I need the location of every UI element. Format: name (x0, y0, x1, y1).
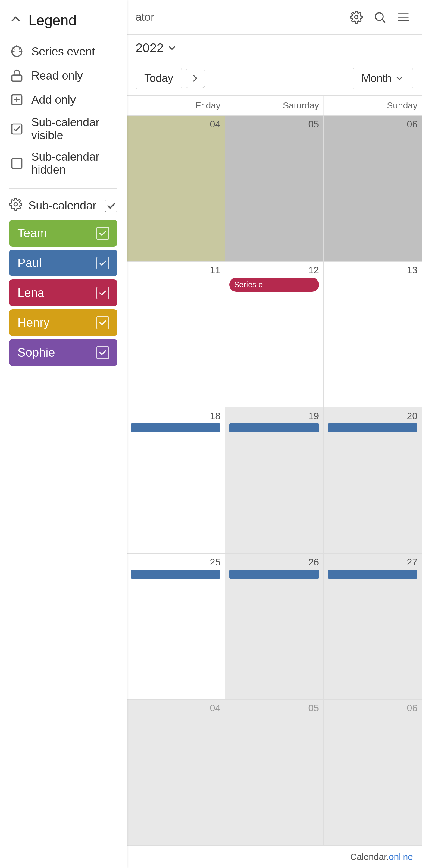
cal-cell-27[interactable]: 27 (324, 554, 422, 699)
calendar-paul-label: Paul (18, 256, 41, 270)
svg-point-7 (355, 16, 358, 19)
legend-item-sub-hidden: Sub-calendar hidden (9, 147, 118, 179)
calendar-henry-checkbox[interactable] (96, 316, 109, 329)
calendar-item-paul[interactable]: Paul (9, 250, 118, 276)
series-icon (9, 44, 25, 59)
view-label: Month (361, 72, 392, 85)
cal-date: 05 (229, 703, 319, 714)
calendar-toolbar: ator (127, 0, 422, 35)
cal-cell-19[interactable]: 19 (225, 407, 324, 553)
cal-date: 04 (131, 703, 221, 714)
calendar-week-1: 04 05 06 (127, 116, 422, 261)
checkbox-empty-icon (9, 156, 25, 171)
cal-date: 19 (229, 410, 319, 422)
cal-cell-18[interactable]: 18 (127, 407, 225, 553)
calendar-week-3: 18 19 20 (127, 407, 422, 553)
lock-icon (9, 68, 25, 84)
cal-date: 11 (131, 265, 221, 276)
year-value: 2022 (135, 41, 164, 55)
menu-button[interactable] (394, 7, 413, 27)
calendar-panel: ator (127, 0, 422, 868)
calendar-paul-checkbox[interactable] (96, 257, 109, 270)
event-series[interactable]: Series e (229, 278, 319, 292)
year-selector[interactable]: 2022 (135, 41, 177, 55)
event-bar-27[interactable] (328, 569, 418, 579)
calendar-item-henry[interactable]: Henry (9, 309, 118, 336)
cal-cell-26[interactable]: 26 (225, 554, 324, 699)
settings-icon[interactable] (9, 198, 22, 214)
event-bar-18[interactable] (131, 424, 221, 433)
calendar-sophie-checkbox[interactable] (96, 346, 109, 359)
calendar-app-label: ator (135, 11, 154, 24)
legend-title: Legend (28, 12, 76, 29)
legend-items-list: Series event Read only Add only (0, 38, 127, 185)
calendar-item-team[interactable]: Team (9, 220, 118, 247)
legend-item-readonly: Read only (9, 65, 118, 87)
calendar-item-sophie[interactable]: Sophie (9, 339, 118, 366)
calendar-item-lena[interactable]: Lena (9, 279, 118, 306)
calendar-team-checkbox[interactable] (96, 227, 109, 240)
footer: Calendar.online (127, 845, 422, 868)
toolbar-left: ator (135, 11, 154, 24)
today-button[interactable]: Today (135, 67, 182, 89)
day-header-sun: Sunday (324, 96, 422, 116)
cal-date: 06 (328, 703, 418, 714)
collapse-icon[interactable] (9, 12, 22, 28)
sub-hidden-label: Sub-calendar hidden (31, 150, 118, 176)
cal-cell-05a[interactable]: 05 (225, 116, 324, 261)
cal-cell-25[interactable]: 25 (127, 554, 225, 699)
calendar-week-2: 11 12 Series e 13 (127, 261, 422, 407)
calendar-sophie-label: Sophie (18, 346, 55, 359)
search-button[interactable] (370, 7, 389, 27)
event-bar-19[interactable] (229, 424, 319, 433)
svg-point-6 (14, 203, 18, 206)
event-bar-25[interactable] (131, 569, 221, 579)
calendar-lena-checkbox[interactable] (96, 287, 109, 299)
brand-online: online (389, 852, 413, 862)
event-bar-20[interactable] (328, 424, 418, 433)
cal-date: 27 (328, 557, 418, 568)
checkbox-checked-icon (9, 121, 25, 137)
brand-text: Calendar.online (350, 852, 413, 862)
calendar-week-5: 04 05 06 (127, 700, 422, 845)
day-header-sat: Saturday (225, 96, 324, 116)
svg-line-9 (383, 20, 385, 22)
cal-cell-04a[interactable]: 04 (127, 116, 225, 261)
cal-date: 26 (229, 557, 319, 568)
cal-cell-13[interactable]: 13 (324, 261, 422, 407)
sub-visible-label: Sub-calendar visible (31, 116, 118, 142)
calendar-week-4: 25 26 27 (127, 554, 422, 700)
add-only-label: Add only (31, 93, 76, 106)
settings-button[interactable] (347, 7, 366, 27)
cal-date: 04 (131, 119, 221, 130)
svg-rect-0 (12, 75, 22, 81)
cal-date: 18 (131, 410, 221, 422)
cal-cell-11[interactable]: 11 (127, 261, 225, 407)
cal-date: 06 (328, 119, 418, 130)
year-row: 2022 (127, 35, 422, 61)
view-selector[interactable]: Month (353, 67, 413, 89)
calendar-weeks: 04 05 06 11 12 Series e 13 1 (127, 116, 422, 845)
divider (9, 188, 118, 189)
event-bar-26[interactable] (229, 569, 319, 579)
subcalendar-header: Sub-calendar (0, 192, 127, 220)
cal-cell-12[interactable]: 12 Series e (225, 261, 324, 407)
cal-cell-06a[interactable]: 06 (324, 116, 422, 261)
nav-row: Today Month (127, 61, 422, 96)
cal-cell-04b[interactable]: 04 (127, 700, 225, 845)
day-header-fri: Friday (127, 96, 225, 116)
cal-cell-20[interactable]: 20 (324, 407, 422, 553)
cal-date: 25 (131, 557, 221, 568)
series-event-label: Series event (31, 45, 95, 58)
next-arrow-button[interactable] (186, 69, 205, 88)
subcalendar-toggle[interactable] (105, 199, 118, 212)
day-headers: Friday Saturday Sunday (127, 96, 422, 116)
read-only-label: Read only (31, 69, 83, 82)
cal-cell-06b[interactable]: 06 (324, 700, 422, 845)
toolbar-right (347, 7, 413, 27)
calendar-henry-label: Henry (18, 316, 50, 330)
add-icon (9, 92, 25, 107)
cal-date: 05 (229, 119, 319, 130)
svg-point-8 (375, 13, 383, 21)
cal-cell-05b[interactable]: 05 (225, 700, 324, 845)
